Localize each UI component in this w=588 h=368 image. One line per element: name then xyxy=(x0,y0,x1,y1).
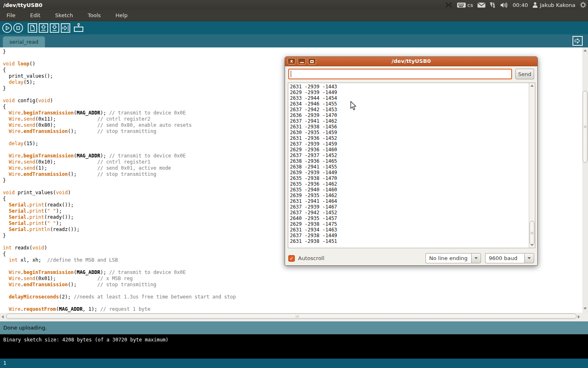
line-number-indicator: 1 xyxy=(0,359,588,366)
upload-button[interactable] xyxy=(61,23,70,33)
line-ending-select[interactable]: No line ending xyxy=(425,253,481,263)
window-title: /dev/ttyUSB0 xyxy=(0,2,42,8)
scroll-up-icon[interactable] xyxy=(584,49,587,52)
status-message: Done uploading. xyxy=(0,325,47,331)
up-arrow-icon xyxy=(39,23,48,33)
scroll-up-icon[interactable] xyxy=(530,85,534,87)
mail-icon[interactable] xyxy=(477,2,486,8)
keyboard-layout-label: cs xyxy=(468,2,473,8)
line-ending-value: No line ending xyxy=(425,253,471,263)
menubar: File Edit Sketch Tools Help xyxy=(0,10,588,21)
menu-edit[interactable]: Edit xyxy=(28,11,43,20)
power-icon[interactable] xyxy=(580,2,586,8)
dropdown-button[interactable] xyxy=(471,253,481,263)
down-arrow-icon xyxy=(50,23,59,33)
play-icon xyxy=(2,23,12,33)
serial-output-text: 2631 -2939 -1443 2629 -2939 -1449 2633 -… xyxy=(289,83,529,248)
system-tray: cs 00:40 Jakub Kakona xyxy=(445,0,586,10)
menu-help[interactable]: Help xyxy=(113,11,130,20)
chevron-down-icon xyxy=(528,257,531,259)
serial-output-area[interactable]: 2631 -2939 -1443 2629 -2939 -1449 2633 -… xyxy=(288,83,535,248)
tab-menu-button[interactable] xyxy=(572,36,583,47)
serial-input[interactable] xyxy=(288,69,512,79)
tray-app-icon[interactable] xyxy=(445,2,452,8)
code-line: Wire.beginTransmission(MAG_ADDR); // tra… xyxy=(3,269,582,276)
editor-hscrollbar[interactable] xyxy=(0,313,588,321)
scroll-down-icon[interactable] xyxy=(584,307,587,310)
top-panel: /dev/ttyUSB0 cs 00:40 Jakub Kakona xyxy=(0,0,588,10)
menu-tools[interactable]: Tools xyxy=(85,11,103,20)
code-line xyxy=(3,288,582,294)
check-icon: ✓ xyxy=(290,256,294,261)
code-line: delayMicroseconds(2); //needs at least 1… xyxy=(3,294,582,300)
editor-vscrollbar[interactable] xyxy=(582,47,588,313)
code-line: Wire.send(0x01); // x MSB reg xyxy=(3,276,582,282)
autoscroll-checkbox[interactable]: ✓ xyxy=(288,255,295,262)
stop-button[interactable] xyxy=(13,23,23,33)
user-icon xyxy=(532,2,538,8)
baud-rate-value: 9600 baud xyxy=(485,253,524,263)
tab-serial-read[interactable]: serial_read xyxy=(3,36,45,47)
stop-icon xyxy=(13,23,23,33)
status-bar: Done uploading. xyxy=(0,321,588,334)
serial-monitor-window: x /dev/ttyUSB0 Send 2631 -2939 -1443 262… xyxy=(285,56,538,266)
toolbar xyxy=(0,21,588,34)
tab-arrow-icon xyxy=(572,36,583,46)
dropdown-button[interactable] xyxy=(524,253,534,263)
save-button[interactable] xyxy=(50,23,59,33)
user-name: Jakub Kakona xyxy=(540,2,575,8)
serial-monitor-icon xyxy=(73,23,84,33)
menu-file[interactable]: File xyxy=(4,11,18,20)
network-icon[interactable] xyxy=(490,2,496,8)
tab-strip: serial_read xyxy=(0,34,588,47)
keyboard-indicator[interactable]: cs xyxy=(457,2,473,8)
mouse-cursor xyxy=(350,101,356,112)
right-arrow-icon xyxy=(61,23,70,33)
scroll-right-icon[interactable] xyxy=(578,315,580,319)
screen: /dev/ttyUSB0 cs 00:40 Jakub Kakona xyxy=(0,0,588,368)
menu-sketch[interactable]: Sketch xyxy=(53,11,76,20)
new-sketch-button[interactable] xyxy=(28,23,37,33)
scroll-left-icon[interactable] xyxy=(2,315,4,319)
editor-hscroll-thumb[interactable] xyxy=(6,314,577,319)
footer-bar: 1 xyxy=(0,359,588,368)
autoscroll-label: Autoscroll xyxy=(298,255,324,261)
serial-scrollbar[interactable] xyxy=(529,83,535,248)
serial-scroll-thumb[interactable] xyxy=(530,221,535,245)
serial-input-row: Send xyxy=(288,69,534,79)
clock[interactable]: 00:40 xyxy=(512,2,528,8)
console: Binary sketch size: 4208 bytes (of a 307… xyxy=(0,334,588,359)
new-file-icon xyxy=(28,23,37,33)
serial-monitor-footer: ✓ Autoscroll No line ending 9600 baud xyxy=(288,253,534,264)
scroll-down-icon[interactable] xyxy=(530,244,534,246)
editor-vscroll-thumb[interactable] xyxy=(583,91,588,163)
code-line: Wire.requestFrom(MAG_ADDR, 1); // reques… xyxy=(3,306,582,312)
code-line xyxy=(3,300,582,306)
verify-button[interactable] xyxy=(2,23,12,33)
baud-rate-select[interactable]: 9600 baud xyxy=(485,253,534,263)
code-line: } xyxy=(3,49,582,55)
console-output: Binary sketch size: 4208 bytes (of a 307… xyxy=(0,334,588,343)
chevron-down-icon xyxy=(474,257,478,259)
user-menu[interactable]: Jakub Kakona xyxy=(532,2,575,8)
volume-icon[interactable] xyxy=(500,2,508,8)
send-button[interactable]: Send xyxy=(515,69,534,79)
code-line: Wire.endTransmission(); // stop transmit… xyxy=(3,282,582,288)
tab-label: serial_read xyxy=(9,39,38,45)
text-caret xyxy=(291,71,291,77)
open-button[interactable] xyxy=(39,23,48,33)
serial-monitor-titlebar[interactable]: x /dev/ttyUSB0 xyxy=(285,57,537,66)
serial-monitor-button[interactable] xyxy=(73,23,84,33)
serial-monitor-title: /dev/ttyUSB0 xyxy=(285,58,537,64)
